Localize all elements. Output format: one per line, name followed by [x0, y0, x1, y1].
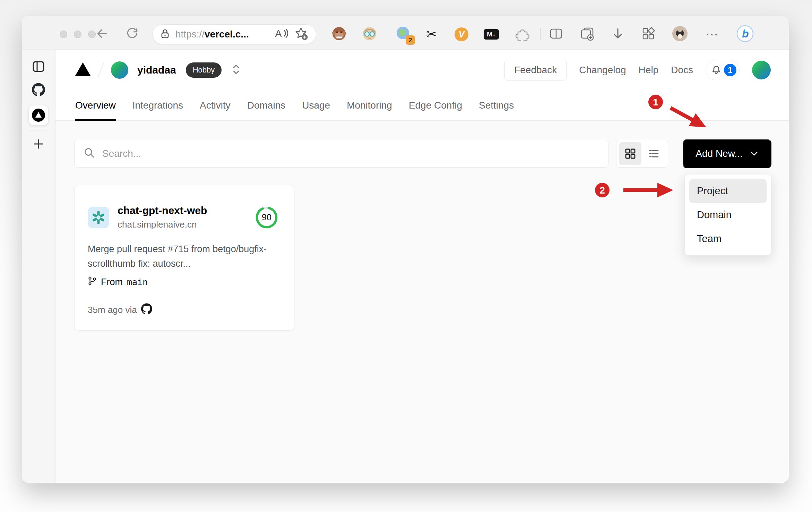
- split-screen-icon[interactable]: [549, 27, 563, 42]
- url-scheme: https://: [175, 29, 205, 40]
- add-new-dropdown: Project Domain Team: [684, 174, 771, 256]
- vercel-header: yidadaa Hobby Feedback Changelog Help Do…: [55, 50, 789, 90]
- dropdown-item-domain[interactable]: Domain: [689, 203, 767, 227]
- project-domain[interactable]: chat.simplenaive.cn: [118, 219, 207, 230]
- tab-edge-config[interactable]: Edge Config: [409, 100, 462, 121]
- project-title[interactable]: chat-gpt-next-web: [118, 205, 207, 216]
- tab-integrations[interactable]: Integrations: [132, 100, 183, 121]
- face-extension-icon[interactable]: [362, 26, 377, 42]
- monkey-extension-icon[interactable]: [332, 26, 346, 42]
- tab-activity[interactable]: Activity: [200, 100, 231, 121]
- window-zoom-button[interactable]: [88, 31, 96, 38]
- read-aloud-icon[interactable]: A: [274, 27, 289, 41]
- branch-prefix: From: [101, 277, 123, 288]
- chevron-down-icon: [750, 149, 759, 158]
- search-icon: [84, 147, 95, 160]
- svg-text:A: A: [275, 28, 282, 39]
- plan-badge: Hobby: [186, 62, 222, 78]
- tab-domains[interactable]: Domains: [247, 100, 285, 121]
- team-switcher-icon[interactable]: [232, 64, 240, 76]
- new-tab-icon[interactable]: [33, 138, 44, 151]
- vercel-tab-active[interactable]: [28, 105, 49, 125]
- window-close-button[interactable]: [60, 31, 67, 38]
- markdown-extension-icon[interactable]: M↓: [484, 29, 499, 40]
- view-toggle: [616, 140, 668, 168]
- dashboard-main: Add New...: [55, 121, 789, 483]
- profile-avatar[interactable]: [672, 26, 688, 43]
- vercel-logo-icon[interactable]: [75, 62, 91, 78]
- svg-text:b: b: [742, 27, 749, 40]
- reload-icon[interactable]: [126, 27, 139, 42]
- commit-message: Merge pull request #715 from betgo/bugfi…: [88, 242, 278, 271]
- deploy-time: 35m ago via: [88, 305, 137, 315]
- collections-icon[interactable]: [580, 27, 595, 42]
- search-box[interactable]: [74, 140, 608, 168]
- dropdown-item-project[interactable]: Project: [689, 179, 767, 203]
- notification-count-badge: 1: [724, 64, 736, 76]
- github-tab-icon[interactable]: [32, 83, 45, 97]
- vercel-nav-tabs: Overview Integrations Activity Domains U…: [55, 90, 789, 121]
- sidebar-divider: [28, 130, 49, 130]
- favorites-add-icon[interactable]: [294, 27, 308, 42]
- git-branch-icon: [88, 276, 97, 289]
- circle-extension-icon[interactable]: 2: [396, 26, 411, 43]
- score-gauge: 90: [255, 206, 278, 229]
- sidebar-toggle-icon[interactable]: [32, 61, 45, 74]
- apps-grid-icon[interactable]: [641, 27, 655, 42]
- bing-chat-icon[interactable]: b: [736, 25, 754, 44]
- user-avatar[interactable]: [752, 61, 771, 79]
- score-value: 90: [255, 206, 278, 229]
- lock-icon: [160, 28, 170, 40]
- download-icon[interactable]: [611, 27, 624, 42]
- list-view-button[interactable]: [643, 142, 665, 165]
- back-icon[interactable]: [95, 27, 109, 42]
- team-name[interactable]: yidadaa: [137, 64, 176, 76]
- team-avatar[interactable]: [111, 61, 128, 79]
- github-source-icon: [141, 303, 152, 317]
- address-bar[interactable]: https://vercel.c... A: [153, 25, 316, 44]
- grid-view-button[interactable]: [619, 142, 641, 165]
- extensions-puzzle-icon[interactable]: [516, 27, 529, 42]
- add-new-button[interactable]: Add New...: [683, 139, 771, 168]
- extension-badge: 2: [406, 35, 415, 45]
- tab-settings[interactable]: Settings: [479, 100, 514, 121]
- toolbar-divider: [540, 28, 541, 41]
- browser-window: https://vercel.c... A 2 ✂ V M↓: [22, 16, 789, 483]
- v-extension-icon[interactable]: V: [455, 27, 468, 41]
- page-content: yidadaa Hobby Feedback Changelog Help Do…: [55, 50, 789, 483]
- url-host: vercel.c...: [205, 29, 249, 40]
- tab-overview[interactable]: Overview: [75, 100, 116, 121]
- dropdown-item-team[interactable]: Team: [689, 227, 767, 251]
- branch-name: main: [127, 277, 148, 287]
- openai-logo-icon: [88, 207, 109, 228]
- tab-monitoring[interactable]: Monitoring: [347, 100, 392, 121]
- scissors-extension-icon[interactable]: ✂: [426, 28, 437, 41]
- window-minimize-button[interactable]: [74, 31, 81, 38]
- bell-icon: [711, 64, 722, 76]
- add-new-label: Add New...: [696, 148, 742, 159]
- changelog-link[interactable]: Changelog: [579, 65, 626, 76]
- docs-link[interactable]: Docs: [671, 65, 693, 76]
- browser-sidebar: [22, 50, 55, 483]
- tab-usage[interactable]: Usage: [302, 100, 330, 121]
- help-link[interactable]: Help: [639, 65, 659, 76]
- feedback-button[interactable]: Feedback: [504, 60, 567, 80]
- url-text[interactable]: https://vercel.c...: [175, 29, 249, 40]
- notifications-button[interactable]: 1: [706, 60, 740, 80]
- project-card[interactable]: chat-gpt-next-web chat.simplenaive.cn 90…: [74, 185, 294, 331]
- search-input[interactable]: [102, 148, 599, 159]
- more-menu-icon[interactable]: ⋯: [706, 27, 719, 42]
- breadcrumb-slash: [97, 62, 104, 77]
- browser-toolbar: https://vercel.c... A 2 ✂ V M↓: [22, 16, 789, 50]
